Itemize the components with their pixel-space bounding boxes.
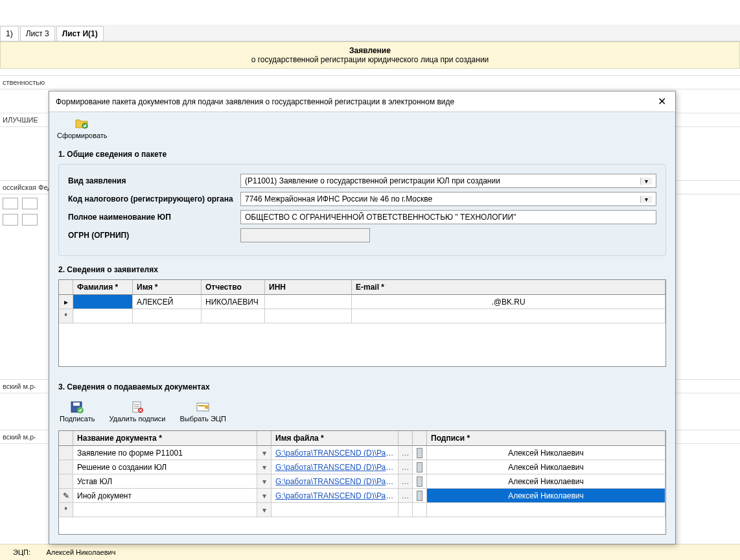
label-ogrn: ОГРН (ОГРНИП) — [68, 231, 240, 240]
applicant-row[interactable]: ▸ АЛЕКСЕЙ НИКОЛАЕВИЧ .@BK.RU — [59, 295, 665, 309]
tab-sheet3[interactable]: Лист 3 — [20, 26, 55, 41]
browse-icon[interactable]: … — [399, 446, 413, 460]
cell-signature[interactable]: Алексей Николаевич — [427, 489, 665, 503]
dropdown-icon[interactable]: ▾ — [257, 489, 272, 503]
document-row-new[interactable]: * ▾ — [59, 503, 665, 517]
document-row[interactable]: Устав ЮЛ ▾ G:\работа\TRANSCEND (D)\Работ… — [59, 474, 665, 489]
bg-input[interactable] — [3, 214, 18, 226]
ecp-label: ЭЦП: — [13, 548, 30, 556]
input-value: ОБЩЕСТВО С ОГРАНИЧЕННОЙ ОТВЕТСТВЕННОСТЬЮ… — [245, 213, 516, 222]
remove-signatures-button[interactable]: Удалить подписи — [108, 399, 167, 424]
input-ogrn — [240, 228, 370, 242]
cell-email[interactable]: .@BK.RU — [352, 295, 665, 309]
signature-indicator-icon — [417, 491, 422, 501]
cell-inn[interactable] — [265, 295, 352, 309]
cell-name[interactable]: АЛЕКСЕЙ — [133, 295, 202, 309]
documents-grid[interactable]: Название документа * Имя файла * Подписи… — [58, 430, 666, 535]
certificate-icon — [195, 401, 211, 414]
edit-row-indicator: ✎ — [59, 489, 73, 503]
tab-1[interactable]: 1) — [0, 26, 19, 41]
col-surname: Фамилия * — [73, 280, 133, 295]
cell-patronymic[interactable]: НИКОЛАЕВИЧ — [202, 295, 265, 309]
folder-gear-icon — [75, 117, 90, 130]
browse-icon[interactable]: … — [399, 474, 413, 489]
file-link[interactable]: G:\работа\TRANSCEND (D)\Работа\П... — [275, 463, 394, 472]
new-row-indicator: * — [59, 503, 73, 517]
row-indicator: ▸ — [59, 295, 73, 309]
dropdown-icon[interactable]: ▾ — [257, 446, 272, 460]
section1-title: 1. Общие сведения о пакете — [58, 150, 666, 159]
generate-button[interactable]: Сформировать — [56, 116, 109, 141]
bg-input[interactable] — [22, 198, 38, 209]
pick-ecp-label: Выбрать ЭЦП — [180, 415, 226, 423]
document-row[interactable]: Решение о создании ЮЛ ▾ G:\работа\TRANSC… — [59, 460, 665, 474]
file-link[interactable]: G:\работа\TRANSCEND (D)\Работа\П... — [275, 477, 394, 486]
sign-label: Подписать — [60, 415, 95, 423]
document-row[interactable]: ✎ Иной документ ▾ G:\работа\TRANSCEND (D… — [59, 489, 665, 503]
browse-icon[interactable]: … — [399, 460, 413, 474]
dropdown-icon[interactable]: ▾ — [257, 503, 272, 517]
col-patronymic: Отчество — [202, 280, 265, 295]
tab-sheet-i1[interactable]: Лист И(1) — [56, 26, 104, 41]
combo-tax-code[interactable]: 7746 Межрайонная ИФНС России № 46 по г.М… — [240, 192, 656, 206]
remove-signatures-label: Удалить подписи — [109, 415, 165, 423]
file-link[interactable]: G:\работа\TRANSCEND (D)\Работа\П... — [275, 491, 394, 500]
col-email: E-mail * — [352, 280, 665, 295]
file-link[interactable]: G:\работа\TRANSCEND (D)\Работа\П... — [275, 449, 394, 458]
col-file-name: Имя файла * — [272, 431, 399, 446]
signature-indicator-icon — [417, 448, 422, 458]
close-button[interactable]: ✕ — [655, 95, 669, 108]
page-title: Заявление — [1, 46, 739, 55]
browse-icon[interactable]: … — [399, 489, 413, 503]
dropdown-icon[interactable]: ▾ — [257, 474, 272, 489]
combo-application-type[interactable]: (Р11001) Заявление о государственной рег… — [240, 174, 656, 188]
section2-title: 2. Сведения о заявителях — [58, 265, 666, 274]
svg-point-8 — [205, 405, 209, 409]
page-subtitle: о государственной регистрации юридическо… — [1, 55, 739, 64]
dropdown-icon[interactable]: ▾ — [257, 460, 272, 474]
col-doc-name: Название документа * — [73, 431, 257, 446]
label-application-type: Вид заявления — [68, 176, 240, 185]
svg-rect-7 — [198, 405, 205, 406]
cell-doc-name[interactable]: Заявление по форме Р11001 — [73, 446, 257, 460]
signature-indicator-icon — [417, 462, 422, 472]
bg-input[interactable] — [22, 214, 38, 226]
combo-value: 7746 Межрайонная ИФНС России № 46 по г.М… — [245, 194, 432, 204]
bg-input[interactable] — [3, 198, 18, 209]
package-dialog: Формирование пакета документов для подач… — [49, 91, 676, 544]
new-row-indicator: * — [59, 309, 73, 323]
chevron-down-icon: ▾ — [640, 178, 652, 185]
cell-signature[interactable]: Алексей Николаевич — [427, 446, 665, 460]
col-inn: ИНН — [265, 280, 352, 295]
input-full-name[interactable]: ОБЩЕСТВО С ОГРАНИЧЕННОЙ ОТВЕТСТВЕННОСТЬЮ… — [240, 210, 656, 224]
applicant-row-new[interactable]: * — [59, 309, 665, 323]
cell-doc-name[interactable]: Устав ЮЛ — [73, 474, 257, 489]
dialog-title: Формирование пакета документов для подач… — [56, 97, 454, 106]
col-signatures: Подписи * — [427, 431, 665, 446]
cell-doc-name[interactable]: Иной документ — [73, 489, 257, 503]
section3-title: 3. Сведения о подаваемых документах — [58, 382, 666, 391]
page-header: Заявление о государственной регистрации … — [0, 41, 740, 69]
cell-signature[interactable]: Алексей Николаевич — [427, 474, 665, 489]
label-full-name: Полное наименование ЮП — [68, 213, 240, 222]
document-row[interactable]: Заявление по форме Р11001 ▾ G:\работа\TR… — [59, 446, 665, 460]
chevron-down-icon: ▾ — [640, 196, 652, 203]
cell-signature[interactable]: Алексей Николаевич — [427, 460, 665, 474]
save-check-icon — [69, 401, 85, 414]
signature-indicator-icon — [417, 476, 422, 487]
cell-surname[interactable] — [73, 295, 133, 309]
document-delete-icon — [130, 401, 145, 414]
background-tabs[interactable]: 1) Лист 3 Лист И(1) — [0, 25, 740, 41]
pick-ecp-button[interactable]: Выбрать ЭЦП — [179, 399, 227, 424]
bg-row: ственностью — [0, 75, 740, 89]
cell-doc-name[interactable]: Решение о создании ЮЛ — [73, 460, 257, 474]
sign-button[interactable]: Подписать — [58, 399, 96, 424]
close-icon: ✕ — [658, 96, 666, 107]
col-name: Имя * — [133, 280, 202, 295]
applicants-grid[interactable]: Фамилия * Имя * Отчество ИНН E-mail * ▸ … — [58, 279, 666, 367]
footer: ЭЦП: Алексей Николаевич — [0, 544, 740, 560]
ecp-value: Алексей Николаевич — [46, 548, 115, 556]
svg-rect-2 — [73, 402, 80, 406]
combo-value: (Р11001) Заявление о государственной рег… — [245, 176, 500, 185]
label-tax-code: Код налогового (регистрирующего) органа — [68, 194, 240, 204]
